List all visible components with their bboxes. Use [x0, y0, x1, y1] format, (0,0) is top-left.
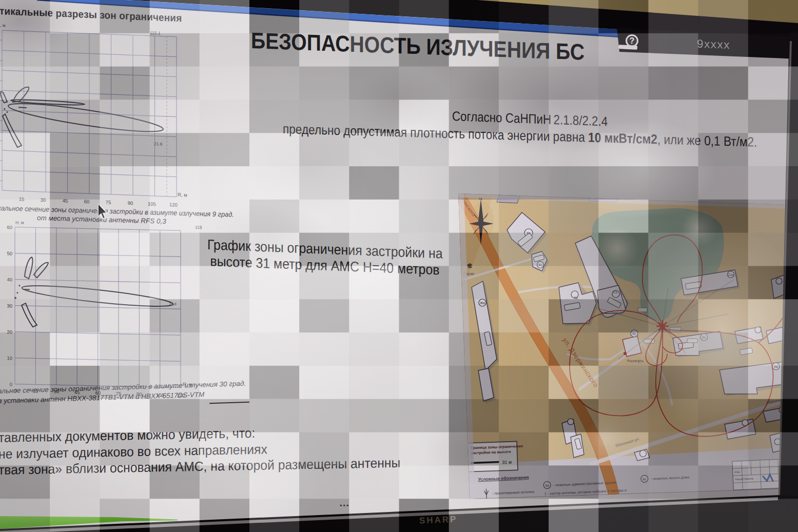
- svg-text:Разраб.: Разраб.: [735, 477, 744, 481]
- svg-text:Кв: Кв: [774, 365, 778, 368]
- svg-text:Кс: Кс: [643, 478, 647, 481]
- svg-text:Иванов: Иванов: [744, 477, 753, 481]
- svg-text:Жв: Жв: [480, 301, 485, 305]
- svg-text:Кв: Кв: [546, 484, 549, 487]
- svg-text:Изм.: Изм.: [735, 470, 741, 474]
- svg-text:Сш: Сш: [728, 273, 733, 277]
- svg-text:31 м: 31 м: [502, 460, 512, 465]
